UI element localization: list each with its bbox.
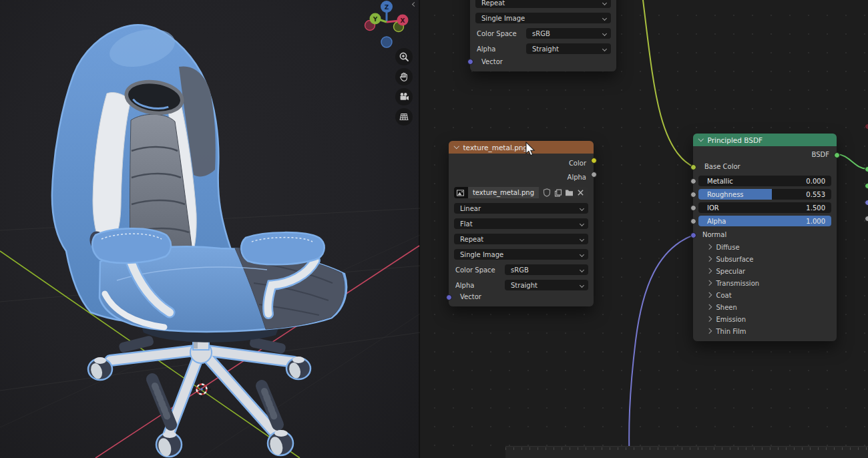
chevron-down-icon: [580, 222, 584, 226]
image-texture-node[interactable]: texture_metal.png Color Alpha texture_me…: [449, 141, 594, 306]
extension-dropdown[interactable]: Repeat: [454, 234, 588, 244]
base-color-input-socket[interactable]: [690, 164, 696, 170]
image-texture-node-top[interactable]: Repeat Single Image Color Space sRGB Alp…: [470, 0, 616, 71]
normal-input-label: Normal: [698, 229, 831, 241]
sidebar-collapse-arrow[interactable]: [411, 2, 417, 7]
section-diffuse[interactable]: Diffuse: [698, 241, 831, 253]
viewport-canvas[interactable]: [0, 0, 420, 458]
dropdown-value: Repeat: [460, 236, 483, 243]
close-icon: [577, 189, 584, 196]
principled-bsdf-node[interactable]: Principled BSDF BSDF Base Color Metallic…: [693, 134, 837, 341]
node-header[interactable]: texture_metal.png: [449, 141, 594, 154]
image-browser-button[interactable]: [454, 187, 468, 198]
source-dropdown[interactable]: Single Image: [454, 249, 588, 260]
viewport-3d[interactable]: Y X Z: [0, 0, 420, 458]
bsdf-output-socket[interactable]: [834, 152, 840, 158]
section-label: Specular: [716, 268, 746, 275]
chevron-right-icon: [706, 268, 712, 274]
chair-object[interactable]: [52, 23, 347, 458]
pan-button[interactable]: [395, 68, 413, 85]
alpha-output-label: Alpha: [454, 170, 588, 184]
color-space-dropdown[interactable]: sRGB: [505, 264, 588, 275]
vector-input-socket[interactable]: [446, 294, 452, 300]
dropdown-value: Single Image: [460, 251, 503, 258]
chevron-left-icon: [412, 2, 417, 7]
chevron-right-icon: [706, 280, 712, 286]
alpha-mode-dropdown[interactable]: Straight: [526, 43, 611, 54]
normal-input-socket[interactable]: [690, 232, 696, 238]
slider-value: 1.000: [806, 218, 825, 225]
image-name-field[interactable]: texture_metal.png: [468, 187, 539, 198]
ortho-toggle-button[interactable]: [395, 108, 413, 126]
thickness-input-socket[interactable]: [865, 216, 868, 222]
section-label: Coat: [716, 292, 732, 299]
roughness-input-socket[interactable]: [690, 192, 696, 198]
projection-dropdown[interactable]: Flat: [454, 218, 588, 229]
color-output-socket[interactable]: [591, 158, 597, 164]
alpha-label: Alpha: [475, 45, 526, 53]
chevron-down-icon: [602, 1, 607, 5]
zoom-button[interactable]: [395, 48, 413, 65]
vector-input-socket[interactable]: [467, 59, 473, 65]
alpha-mode-dropdown[interactable]: Straight: [505, 280, 588, 290]
gizmo-z-neg[interactable]: [381, 37, 392, 47]
extension-dropdown[interactable]: Repeat: [475, 0, 611, 8]
ior-input-socket[interactable]: [690, 205, 696, 211]
roughness-slider[interactable]: Roughness 0.553: [698, 189, 831, 200]
viewport-toolbar: [395, 48, 413, 127]
slider-label: Roughness: [707, 191, 744, 198]
hand-icon: [399, 71, 409, 82]
section-thin-film[interactable]: Thin Film: [698, 325, 831, 337]
gizmo-y-label: Y: [373, 16, 378, 23]
section-emission[interactable]: Emission: [698, 313, 831, 325]
node-title: Principled BSDF: [708, 136, 763, 144]
alpha-slider[interactable]: Alpha 1.000: [698, 216, 831, 226]
bsdf-output-label: BSDF: [698, 149, 831, 161]
chevron-down-icon: [602, 31, 607, 36]
source-dropdown[interactable]: Single Image: [475, 13, 611, 23]
chevron-down-icon: [580, 268, 584, 272]
displacement-input-socket[interactable]: [865, 200, 868, 206]
dropdown-value: sRGB: [511, 266, 529, 274]
slider-label: Alpha: [707, 218, 726, 225]
section-label: Diffuse: [716, 244, 740, 251]
section-subsurface[interactable]: Subsurface: [698, 253, 831, 265]
chevron-right-icon: [706, 304, 712, 310]
section-sheen[interactable]: Sheen: [698, 301, 831, 313]
chevron-down-icon: [580, 206, 584, 211]
blender-window: Y X Z: [0, 0, 868, 458]
metallic-input-socket[interactable]: [690, 178, 696, 184]
node-header[interactable]: Principled BSDF: [693, 134, 837, 146]
dropdown-value: Single Image: [481, 15, 525, 22]
duplicate-button[interactable]: [552, 187, 564, 198]
offscreen-node-socket[interactable]: [865, 124, 868, 130]
section-specular[interactable]: Specular: [698, 265, 831, 277]
interpolation-dropdown[interactable]: Linear: [454, 203, 588, 214]
gizmo-z-label: Z: [385, 4, 389, 11]
alpha-output-socket[interactable]: [591, 172, 597, 178]
collapse-chevron-icon[interactable]: [454, 144, 459, 149]
folder-icon: [565, 189, 574, 196]
dropdown-value: Flat: [460, 220, 473, 228]
fake-user-button[interactable]: [541, 187, 552, 198]
copy-icon: [554, 189, 562, 197]
image-datablock-row: texture_metal.png: [454, 187, 588, 198]
color-space-dropdown[interactable]: sRGB: [526, 28, 611, 39]
volume-input-socket[interactable]: [865, 183, 868, 189]
section-transmission[interactable]: Transmission: [698, 277, 831, 289]
slider-value: 0.000: [806, 178, 825, 185]
navigation-gizmo[interactable]: Y X Z: [359, 0, 415, 53]
ior-slider[interactable]: IOR 1.500: [698, 202, 831, 213]
camera-view-button[interactable]: [395, 88, 413, 105]
alpha-input-socket[interactable]: [690, 218, 696, 224]
section-coat[interactable]: Coat: [698, 289, 831, 301]
open-image-button[interactable]: [564, 187, 575, 198]
metallic-slider[interactable]: Metallic 0.000: [698, 176, 831, 186]
chevron-right-icon: [706, 316, 712, 322]
color-output-label: Color: [454, 157, 588, 170]
unlink-button[interactable]: [575, 187, 586, 198]
partial-node-bottom[interactable]: [505, 446, 868, 458]
shield-icon: [543, 188, 551, 197]
collapse-chevron-icon[interactable]: [698, 136, 704, 142]
surface-input-socket[interactable]: [865, 166, 868, 172]
